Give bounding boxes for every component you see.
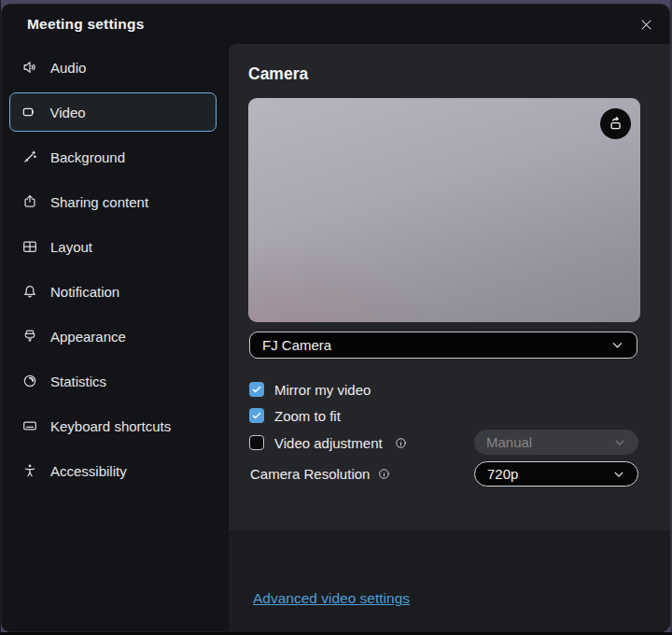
sidebar-item-layout[interactable]: Layout: [9, 227, 217, 266]
adjustment-mode-select: Manual: [474, 430, 638, 455]
camera-section: Camera FJ Camera: [229, 44, 670, 530]
info-icon: [394, 436, 408, 450]
donut-chart-icon: [21, 373, 38, 389]
sidebar-item-label: Accessibility: [50, 463, 127, 479]
sidebar-item-accessibility[interactable]: Accessibility: [9, 451, 217, 490]
sidebar-item-background[interactable]: Background: [9, 137, 217, 176]
mirror-my-video-row: Mirror my video: [249, 379, 371, 400]
dialog-title: Meeting settings: [27, 16, 145, 33]
sidebar-item-keyboard-shortcuts[interactable]: Keyboard shortcuts: [9, 406, 217, 445]
meeting-settings-dialog: Meeting settings Audio Video Background: [1, 4, 670, 632]
video-adjustment-row: Video adjustment: [249, 432, 408, 453]
camera-device-value: FJ Camera: [262, 337, 331, 353]
mirror-my-video-checkbox[interactable]: [249, 382, 264, 397]
sidebar-item-label: Audio: [50, 60, 86, 76]
video-settings-panel: Camera FJ Camera: [229, 44, 670, 632]
chevron-down-icon: [612, 468, 625, 481]
sidebar-item-label: Layout: [50, 239, 92, 255]
sidebar-item-statistics[interactable]: Statistics: [9, 361, 217, 401]
sidebar-item-video[interactable]: Video: [9, 92, 217, 132]
info-icon: [377, 467, 391, 481]
sidebar-item-appearance[interactable]: Appearance: [9, 317, 217, 356]
keyboard-icon: [21, 417, 38, 434]
chevron-down-icon: [613, 436, 626, 449]
sidebar-item-label: Video: [50, 105, 86, 120]
camera-resolution-row: Camera Resolution: [250, 461, 391, 487]
bell-icon: [21, 283, 38, 300]
sidebar-item-label: Statistics: [50, 374, 106, 389]
flip-camera-button[interactable]: [600, 108, 631, 139]
screen: Meeting settings Audio Video Background: [0, 0, 672, 635]
sidebar-item-audio[interactable]: Audio: [9, 48, 217, 87]
checkmark-icon: [251, 410, 262, 421]
paint-brush-icon: [21, 328, 38, 345]
video-adjustment-checkbox[interactable]: [249, 435, 264, 450]
sidebar-item-label: Keyboard shortcuts: [50, 418, 171, 434]
camera-resolution-label: Camera Resolution: [250, 466, 370, 482]
video-adjustment-info[interactable]: [394, 436, 408, 450]
zoom-to-fit-row: Zoom to fit: [249, 405, 341, 426]
camera-resolution-select[interactable]: 720p: [474, 461, 638, 487]
share-icon: [21, 193, 38, 210]
sidebar-item-label: Notification: [50, 284, 119, 300]
sidebar-item-sharing-content[interactable]: Sharing content: [9, 182, 217, 221]
grid-icon: [21, 238, 38, 255]
sidebar-item-label: Appearance: [50, 329, 126, 345]
magic-wand-icon: [21, 148, 38, 165]
video-camera-icon: [21, 104, 38, 120]
checkbox-label: Video adjustment: [274, 435, 383, 451]
advanced-video-settings-link[interactable]: Advanced video settings: [253, 590, 410, 607]
flip-camera-icon: [607, 115, 624, 133]
speaker-icon: [21, 59, 38, 76]
section-heading: Camera: [248, 64, 308, 84]
sidebar-item-label: Sharing content: [50, 194, 148, 210]
checkmark-icon: [251, 384, 262, 395]
camera-preview: [248, 98, 640, 322]
checkbox-label: Zoom to fit: [274, 408, 341, 424]
close-icon: [639, 18, 653, 32]
camera-resolution-value: 720p: [487, 466, 518, 482]
chevron-down-icon: [610, 338, 624, 352]
adjustment-mode-value: Manual: [486, 434, 532, 450]
person-icon: [21, 462, 38, 479]
sidebar-item-label: Background: [50, 149, 125, 165]
sidebar-item-notification[interactable]: Notification: [9, 272, 217, 311]
camera-device-select[interactable]: FJ Camera: [249, 332, 637, 359]
camera-resolution-info[interactable]: [377, 467, 391, 481]
checkbox-label: Mirror my video: [274, 382, 371, 398]
close-button[interactable]: [632, 10, 660, 38]
zoom-to-fit-checkbox[interactable]: [249, 408, 264, 423]
